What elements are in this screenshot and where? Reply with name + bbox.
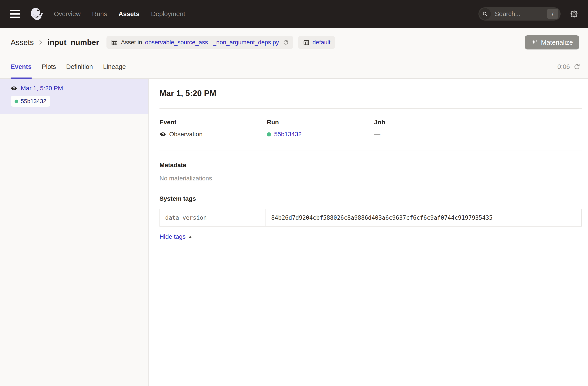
- hide-tags-link[interactable]: Hide tags: [160, 233, 193, 240]
- repository-badge: default: [298, 36, 335, 49]
- search-box[interactable]: /: [479, 7, 561, 20]
- observation-eye-icon: [11, 85, 17, 92]
- divider: [160, 108, 582, 109]
- caret-up-icon: [188, 234, 193, 239]
- primary-nav: Overview Runs Assets Deployment: [54, 10, 185, 18]
- code-location-link[interactable]: observable_source_ass..._non_argument_de…: [145, 39, 279, 46]
- repository-default-link[interactable]: default: [313, 39, 331, 46]
- nav-item-overview[interactable]: Overview: [54, 10, 81, 18]
- reload-location-icon[interactable]: [283, 39, 289, 45]
- run-column-header: Run: [267, 119, 374, 126]
- table-row: data_version 84b26d7d9204cbf588026c8a988…: [160, 209, 582, 226]
- repo-grid-icon: [303, 39, 310, 46]
- event-list-sidebar: Mar 1, 5:20 PM 55b13432: [0, 79, 149, 386]
- job-empty-value: —: [374, 131, 380, 138]
- system-tags-heading: System tags: [160, 195, 582, 202]
- metadata-heading: Metadata: [160, 162, 582, 169]
- metadata-empty-text: No materializations: [160, 175, 582, 182]
- materialize-label: Materialize: [541, 39, 573, 46]
- table-icon: [111, 39, 118, 46]
- asset-badge-prefix: Asset in: [121, 39, 142, 46]
- event-detail-title: Mar 1, 5:20 PM: [160, 89, 582, 98]
- asset-definition-badge: Asset in observable_source_ass..._non_ar…: [106, 36, 293, 49]
- refresh-icon[interactable]: [573, 63, 581, 70]
- tab-events[interactable]: Events: [11, 55, 32, 79]
- content-area: Mar 1, 5:20 PM 55b13432 Mar 1, 5:20 PM E…: [0, 79, 588, 386]
- nav-item-assets[interactable]: Assets: [119, 10, 140, 18]
- run-status-dot: [267, 132, 271, 137]
- run-status-dot: [15, 100, 18, 103]
- job-column-header: Job: [374, 119, 385, 126]
- search-icon: [479, 8, 491, 20]
- tag-value-cell: 84b26d7d9204cbf588026c8a9886d403a6c9637c…: [266, 209, 582, 226]
- top-nav: Overview Runs Assets Deployment /: [0, 0, 588, 28]
- divider: [160, 151, 582, 151]
- nav-item-deployment[interactable]: Deployment: [151, 10, 185, 18]
- tab-plots[interactable]: Plots: [42, 55, 56, 79]
- tag-key-cell: data_version: [160, 209, 266, 226]
- event-list-item[interactable]: Mar 1, 5:20 PM 55b13432: [0, 79, 148, 114]
- event-timestamp: Mar 1, 5:20 PM: [21, 85, 63, 92]
- sparkle-icon: [531, 39, 538, 46]
- asset-tabs: Events Plots Definition Lineage 0:06: [0, 55, 588, 79]
- materialize-button[interactable]: Materialize: [525, 35, 579, 49]
- event-detail-panel: Mar 1, 5:20 PM Event Observation: [149, 79, 588, 386]
- dagster-logo: [30, 7, 44, 21]
- settings-gear-icon[interactable]: [569, 9, 579, 19]
- event-type-value: Observation: [169, 131, 203, 138]
- chevron-right-icon: [37, 39, 44, 46]
- search-shortcut-key: /: [547, 9, 558, 19]
- run-id-label: 55b13432: [21, 98, 46, 105]
- tab-definition[interactable]: Definition: [66, 55, 93, 79]
- asset-header: Assets input_number Asset in observable_…: [0, 28, 588, 55]
- nav-item-runs[interactable]: Runs: [92, 10, 107, 18]
- run-id-link[interactable]: 55b13432: [274, 131, 302, 138]
- hide-tags-label: Hide tags: [160, 233, 186, 240]
- system-tags-table: data_version 84b26d7d9204cbf588026c8a988…: [160, 209, 582, 226]
- search-input[interactable]: [495, 10, 547, 18]
- observation-eye-icon: [160, 131, 166, 138]
- menu-icon[interactable]: [10, 10, 20, 18]
- breadcrumb-assets-link[interactable]: Assets: [11, 38, 34, 47]
- tab-lineage[interactable]: Lineage: [103, 55, 126, 79]
- event-column-header: Event: [160, 119, 267, 126]
- run-id-badge[interactable]: 55b13432: [11, 96, 50, 107]
- event-summary-columns: Event Observation Run 55b13: [160, 119, 582, 138]
- refresh-countdown: 0:06: [558, 63, 570, 70]
- page-title: input_number: [47, 38, 99, 47]
